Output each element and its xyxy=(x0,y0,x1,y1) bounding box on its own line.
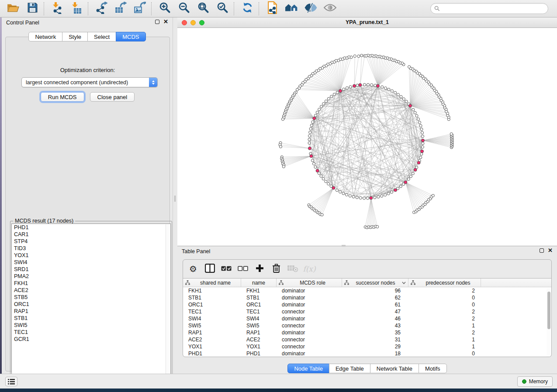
table-row[interactable]: SWI4SWI4dominator462 xyxy=(183,315,551,322)
cell-successor-nodes[interactable]: 31 xyxy=(342,336,408,343)
cell-successor-nodes[interactable]: 96 xyxy=(342,287,408,294)
cell-predecessor-nodes[interactable]: 0 xyxy=(408,301,481,308)
cell-MCDS-role[interactable]: connector xyxy=(277,343,342,350)
mcds-result-list[interactable]: PHD1CAR1STP4TID3YOX1SWI4SRD1PMA2FKH1ACE2… xyxy=(11,224,171,382)
search-input[interactable] xyxy=(440,6,548,12)
import-table-button[interactable] xyxy=(67,1,86,17)
network-canvas[interactable] xyxy=(177,28,557,246)
cell-MCDS-role[interactable]: dominator xyxy=(277,315,342,322)
cell-shared-name[interactable]: ORC1 xyxy=(183,301,241,308)
network-window-titlebar[interactable]: YPA_prune.txt_1 xyxy=(177,17,557,28)
column-header-name[interactable]: name xyxy=(241,279,277,287)
table-row[interactable]: ORC1ORC1dominator610 xyxy=(183,301,551,308)
criterion-dropdown[interactable]: largest connected component (undirected) xyxy=(21,77,158,87)
horizontal-splitter-grip[interactable] xyxy=(342,245,346,247)
cell-shared-name[interactable]: RAP1 xyxy=(183,329,241,336)
cell-successor-nodes[interactable]: 46 xyxy=(342,315,408,322)
cell-shared-name[interactable]: FKH1 xyxy=(183,287,241,294)
add-button[interactable] xyxy=(251,261,268,276)
cell-successor-nodes[interactable]: 62 xyxy=(342,294,408,301)
cell-MCDS-role[interactable]: connector xyxy=(277,336,342,343)
open-button[interactable] xyxy=(3,1,23,17)
table-row[interactable]: FKH1FKH1dominator962 xyxy=(183,287,551,294)
mcds-result-item[interactable]: FKH1 xyxy=(12,280,170,287)
cell-MCDS-role[interactable]: dominator xyxy=(277,301,342,308)
mcds-result-item[interactable]: STB1 xyxy=(12,315,170,322)
table-row[interactable]: PHD1PHD1dominator180 xyxy=(183,350,551,357)
memory-button[interactable]: Memory xyxy=(517,376,553,387)
mcds-result-item[interactable]: PMA2 xyxy=(12,273,170,280)
mcds-result-item[interactable]: SRD1 xyxy=(12,266,170,273)
eye-hidden-button[interactable] xyxy=(320,1,339,17)
cell-name[interactable]: ACE2 xyxy=(241,336,277,343)
cell-predecessor-nodes[interactable]: 2 xyxy=(408,315,481,322)
mcds-result-item[interactable]: SWI4 xyxy=(12,259,170,266)
cell-shared-name[interactable]: YOX1 xyxy=(183,343,241,350)
cell-name[interactable]: SWI5 xyxy=(241,322,277,329)
cell-MCDS-role[interactable]: dominator xyxy=(277,350,342,357)
cell-shared-name[interactable]: SWI5 xyxy=(183,322,241,329)
table-row[interactable]: ACE2ACE2connector311 xyxy=(183,336,551,343)
cell-name[interactable]: STB1 xyxy=(241,294,277,301)
mcds-result-item[interactable]: TID3 xyxy=(12,245,170,252)
cell-predecessor-nodes[interactable]: 0 xyxy=(408,294,481,301)
tab-network-table[interactable]: Network Table xyxy=(370,364,419,373)
list-scrollbar[interactable] xyxy=(166,224,170,381)
network-graph[interactable] xyxy=(177,28,557,246)
table-row[interactable]: TEC1TEC1connector472 xyxy=(183,308,551,315)
cell-MCDS-role[interactable]: connector xyxy=(277,322,342,329)
unselect-all-button[interactable] xyxy=(235,261,251,276)
cell-predecessor-nodes[interactable]: 2 xyxy=(408,287,481,294)
mcds-result-item[interactable]: SWI5 xyxy=(12,322,170,329)
cell-shared-name[interactable]: SWI4 xyxy=(183,315,241,322)
cell-successor-nodes[interactable]: 43 xyxy=(342,322,408,329)
columns-button[interactable] xyxy=(201,261,218,276)
close-panel-icon[interactable]: ✕ xyxy=(163,20,168,24)
home-neighbors-button[interactable] xyxy=(282,1,301,17)
table-row[interactable]: YOX1YOX1connector291 xyxy=(183,343,551,350)
column-header-shared-name[interactable]: shared name xyxy=(183,279,241,287)
float-table-panel-icon[interactable] xyxy=(540,248,544,253)
cell-MCDS-role[interactable]: dominator xyxy=(277,294,342,301)
mcds-result-item[interactable]: PHD1 xyxy=(12,224,170,231)
mcds-result-item[interactable]: TEC1 xyxy=(12,329,170,336)
trash-button[interactable] xyxy=(268,261,284,276)
cell-shared-name[interactable]: PHD1 xyxy=(183,350,241,357)
cell-MCDS-role[interactable]: dominator xyxy=(277,287,342,294)
table-row[interactable]: RAP1RAP1dominator352 xyxy=(183,329,551,336)
cell-MCDS-role[interactable]: connector xyxy=(277,308,342,315)
mcds-result-item[interactable]: ACE2 xyxy=(12,287,170,294)
close-table-panel-icon[interactable]: ✕ xyxy=(548,248,553,253)
column-header-successor-nodes[interactable]: successor nodes xyxy=(342,279,408,287)
cell-shared-name[interactable]: ACE2 xyxy=(183,336,241,343)
cell-successor-nodes[interactable]: 29 xyxy=(342,343,408,350)
table-row[interactable]: STB1STB1dominator620 xyxy=(183,294,551,301)
mcds-result-item[interactable]: ORC1 xyxy=(12,301,170,308)
cell-successor-nodes[interactable]: 61 xyxy=(342,301,408,308)
cell-name[interactable]: SWI4 xyxy=(241,315,277,322)
cell-name[interactable]: ORC1 xyxy=(241,301,277,308)
cell-predecessor-nodes[interactable]: 2 xyxy=(408,329,481,336)
cell-successor-nodes[interactable]: 47 xyxy=(342,308,408,315)
cell-name[interactable]: YOX1 xyxy=(241,343,277,350)
cell-successor-nodes[interactable]: 18 xyxy=(342,350,408,357)
mcds-result-item[interactable]: RAP1 xyxy=(12,308,170,315)
export-table-button[interactable] xyxy=(111,1,130,17)
refresh-button[interactable] xyxy=(238,1,257,17)
table-scrollbar-thumb[interactable] xyxy=(547,292,550,329)
cell-predecessor-nodes[interactable]: 0 xyxy=(408,350,481,357)
tab-motifs[interactable]: Motifs xyxy=(419,364,447,373)
run-mcds-button[interactable]: Run MCDS xyxy=(41,92,84,102)
tab-network[interactable]: Network xyxy=(28,32,62,41)
export-image-button[interactable] xyxy=(130,1,149,17)
mcds-result-item[interactable]: STB5 xyxy=(12,294,170,301)
cell-successor-nodes[interactable]: 35 xyxy=(342,329,408,336)
mcds-result-item[interactable]: STP4 xyxy=(12,238,170,245)
column-header-predecessor-nodes[interactable]: predecessor nodes xyxy=(408,279,481,287)
import-network-button[interactable] xyxy=(48,1,67,17)
table-row[interactable]: SWI5SWI5connector431 xyxy=(183,322,551,329)
tab-edge-table[interactable]: Edge Table xyxy=(329,364,370,373)
tab-mcds[interactable]: MCDS xyxy=(116,32,145,41)
cell-shared-name[interactable]: STB1 xyxy=(183,294,241,301)
column-header-MCDS-role[interactable]: MCDS role xyxy=(277,279,342,287)
